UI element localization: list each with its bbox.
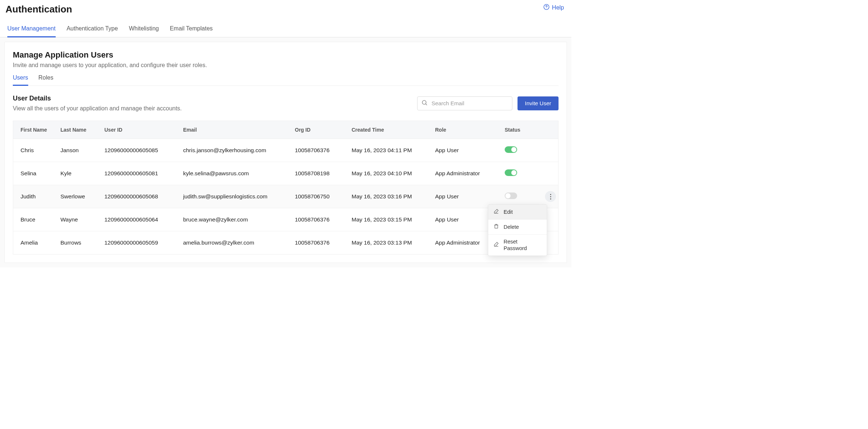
row-menu-button[interactable] [545, 191, 556, 202]
help-label: Help [552, 4, 564, 11]
created-time-cell: May 16, 2023 04:10 PM [346, 162, 430, 185]
role-cell: App Administrator [430, 162, 500, 185]
svg-rect-5 [495, 225, 498, 228]
first-name-cell: Judith [13, 185, 55, 208]
first-name-cell: Bruce [13, 208, 55, 231]
email-cell: bruce.wayne@zylker.com [178, 208, 290, 231]
user-id-cell: 12096000000605081 [99, 162, 178, 185]
menu-item-reset-password[interactable]: Reset Password [488, 235, 547, 255]
created-time-cell: May 16, 2023 04:11 PM [346, 139, 430, 162]
search-icon [421, 99, 428, 107]
section-subtitle: View all the users of your application a… [13, 105, 182, 112]
column-header: Last Name [55, 121, 99, 139]
table-row: SelinaKyle12096000000605081kyle.selina@p… [13, 162, 558, 185]
panel-title: Manage Application Users [13, 50, 559, 60]
role-cell: App User [430, 139, 500, 162]
top-tab-email-templates[interactable]: Email Templates [170, 25, 213, 37]
help-icon [543, 4, 550, 12]
inner-tab-users[interactable]: Users [13, 74, 28, 86]
first-name-cell: Amelia [13, 231, 55, 254]
column-header: Created Time [346, 121, 430, 139]
menu-item-label: Reset Password [504, 238, 542, 252]
column-header: Org ID [290, 121, 346, 139]
inner-tab-roles[interactable]: Roles [38, 74, 53, 86]
top-tabs: User ManagementAuthentication TypeWhitel… [0, 15, 571, 37]
users-table: First NameLast NameUser IDEmailOrg IDCre… [13, 121, 559, 254]
first-name-cell: Chris [13, 139, 55, 162]
user-id-cell: 12096000000605064 [99, 208, 178, 231]
table-row: AmeliaBurrows12096000000605059amelia.bur… [13, 231, 558, 254]
table-row: JudithSwerlowe12096000000605068judith.sw… [13, 185, 558, 208]
svg-point-2 [422, 100, 426, 104]
menu-item-edit[interactable]: Edit [488, 205, 547, 220]
row-menu-dropdown: EditDeleteReset Password [488, 204, 547, 256]
status-cell [500, 162, 558, 185]
last-name-cell: Wayne [55, 208, 99, 231]
menu-item-delete[interactable]: Delete [488, 220, 547, 235]
email-cell: amelia.burrows@zylker.com [178, 231, 290, 254]
column-header: Role [430, 121, 500, 139]
column-header: User ID [99, 121, 178, 139]
trash-icon [493, 223, 499, 231]
help-link[interactable]: Help [543, 4, 564, 12]
user-id-cell: 12096000000605068 [99, 185, 178, 208]
last-name-cell: Janson [55, 139, 99, 162]
search-input-wrapper[interactable] [417, 96, 512, 110]
org-id-cell: 10058706376 [290, 208, 346, 231]
status-cell [500, 139, 558, 162]
table-row: ChrisJanson12096000000605085chris.janson… [13, 139, 558, 162]
email-cell: judith.sw@suppliesnlogistics.com [178, 185, 290, 208]
invite-user-button[interactable]: Invite User [518, 96, 559, 110]
created-time-cell: May 16, 2023 03:13 PM [346, 231, 430, 254]
page-title: Authentication [5, 4, 72, 15]
created-time-cell: May 16, 2023 03:16 PM [346, 185, 430, 208]
status-toggle[interactable] [505, 169, 517, 176]
column-header: Email [178, 121, 290, 139]
user-id-cell: 12096000000605059 [99, 231, 178, 254]
first-name-cell: Selina [13, 162, 55, 185]
search-input[interactable] [431, 100, 508, 106]
email-cell: chris.janson@zylkerhousing.com [178, 139, 290, 162]
status-toggle[interactable] [505, 192, 517, 199]
org-id-cell: 10058708198 [290, 162, 346, 185]
svg-line-3 [426, 104, 427, 105]
top-tab-authentication-type[interactable]: Authentication Type [67, 25, 118, 37]
top-tab-user-management[interactable]: User Management [7, 25, 56, 37]
kebab-icon [550, 194, 551, 199]
menu-item-label: Delete [504, 224, 519, 230]
inner-tabs: UsersRoles [13, 74, 559, 86]
edit-icon [493, 208, 499, 216]
edit-icon [493, 241, 499, 249]
user-id-cell: 12096000000605085 [99, 139, 178, 162]
last-name-cell: Burrows [55, 231, 99, 254]
status-toggle[interactable] [505, 146, 517, 153]
column-header: Status [500, 121, 558, 139]
panel-subtitle: Invite and manage users to your applicat… [13, 62, 559, 69]
section-title: User Details [13, 95, 182, 102]
email-cell: kyle.selina@pawsrus.com [178, 162, 290, 185]
last-name-cell: Kyle [55, 162, 99, 185]
menu-item-label: Edit [504, 209, 513, 215]
org-id-cell: 10058706376 [290, 139, 346, 162]
created-time-cell: May 16, 2023 03:15 PM [346, 208, 430, 231]
last-name-cell: Swerlowe [55, 185, 99, 208]
table-row: BruceWayne12096000000605064bruce.wayne@z… [13, 208, 558, 231]
org-id-cell: 10058706750 [290, 185, 346, 208]
column-header: First Name [13, 121, 55, 139]
svg-point-1 [546, 8, 546, 8]
status-cell: EditDeleteReset Password [500, 185, 558, 208]
org-id-cell: 10058706376 [290, 231, 346, 254]
top-tab-whitelisting[interactable]: Whitelisting [129, 25, 159, 37]
